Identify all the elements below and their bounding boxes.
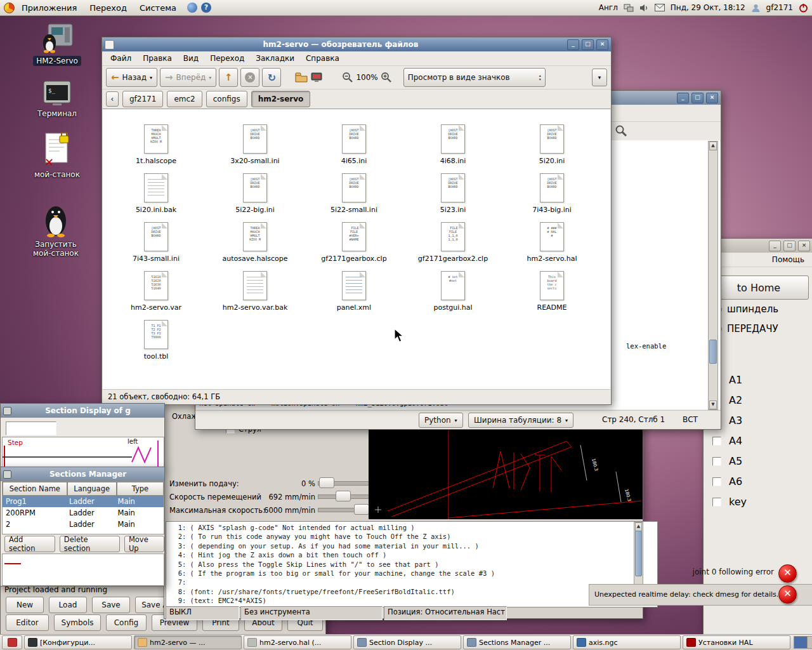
delete-section-button[interactable]: Delete section (60, 536, 120, 552)
file-item[interactable]: [HOST DRIVE BOARD5i22-big.ini (206, 173, 304, 222)
up-button[interactable]: ↑ (219, 68, 238, 87)
dismiss-delay-button[interactable]: ✕ (778, 585, 797, 604)
column-header-type[interactable]: Type (117, 482, 164, 496)
menu-file[interactable]: Файл (105, 52, 137, 65)
language-selector[interactable]: Python▾ (419, 413, 463, 428)
slider-handle[interactable] (354, 504, 369, 515)
ladder-canvas[interactable]: Step left (2, 437, 164, 468)
maximize-button[interactable]: □ (582, 39, 594, 50)
workspace-1[interactable] (794, 637, 807, 648)
clock[interactable]: Пнд, 29 Окт, 18:12 (671, 3, 745, 12)
feed-override-slider[interactable] (318, 477, 370, 488)
move-up-button[interactable]: Move Up (124, 536, 164, 552)
scrollbar-thumb[interactable] (709, 340, 717, 364)
menu-go[interactable]: Переход (204, 52, 250, 65)
table-row[interactable]: 200RPM Ladder Main (3, 507, 164, 519)
menu-help[interactable]: Справка (300, 52, 345, 65)
section-combo-entry[interactable] (6, 421, 56, 435)
file-item[interactable]: [HOST DRIVE BOARD5i20.ini (502, 124, 601, 173)
checkbox-icon[interactable] (712, 437, 721, 446)
slider-handle[interactable] (319, 477, 334, 488)
minimize-button[interactable]: _ (567, 39, 579, 50)
minimize-button[interactable]: _ (769, 241, 781, 251)
file-item[interactable]: # ### # HAL #hm2-servo.hal (502, 222, 601, 271)
file-icon-view[interactable]: THREA MAXCH HMULT HZOO M1t.halscope [HOS… (103, 109, 610, 390)
check-row-a6[interactable]: A6 (712, 475, 742, 488)
menu-places[interactable]: Переход (84, 2, 133, 14)
scroll-up-arrow[interactable]: ▲ (635, 522, 642, 531)
file-item[interactable]: T1 P1 T2 P2 T3 P3 T9999tool.tbl (107, 320, 206, 369)
sections-manager-titlebar[interactable]: Sections Manager (1, 467, 164, 481)
new-button[interactable]: New (6, 597, 44, 613)
file-item[interactable]: panel.xml (304, 271, 403, 320)
dismiss-error-button[interactable]: ✕ (778, 564, 797, 583)
file-item[interactable]: 5i20.ini.bak (107, 173, 206, 222)
mail-icon[interactable] (655, 4, 665, 11)
check-row-a4[interactable]: A4 (712, 435, 742, 447)
taskbar-item-hal-panel[interactable]: Установки HAL (683, 635, 790, 649)
help-icon[interactable]: ? (201, 3, 211, 13)
file-item[interactable]: 51610 51620 51630 51640hm2-servo.var (107, 271, 206, 320)
file-item[interactable]: _FILE FILE 1,1,0 1,1,0gf2171gearbox2.clp (403, 222, 502, 271)
keyboard-layout-indicator[interactable]: Англ (599, 3, 618, 12)
file-item[interactable]: hm2-servo.var.bak (206, 271, 304, 320)
load-button[interactable]: Load (49, 597, 87, 613)
forward-button[interactable]: → Вперёд ▾ (160, 68, 216, 87)
taskbar-item-config[interactable]: [Конфигурци... (24, 635, 132, 649)
network-icon[interactable] (624, 4, 634, 12)
search-replace-icon[interactable] (614, 124, 628, 138)
breadcrumb-left-button[interactable]: ‹ (106, 91, 119, 107)
table-row[interactable]: Prog1 Ladder Main (3, 496, 164, 507)
taskbar-item-sections-manager[interactable]: Sections Manager ... (463, 635, 571, 649)
window-menu-icon[interactable] (3, 407, 11, 415)
go-home-button[interactable]: to Home (709, 275, 809, 300)
file-item[interactable]: THREA MAXCH HMULT HZOO M1t.halscope (107, 124, 206, 173)
check-row-key[interactable]: key (712, 496, 747, 508)
gear-radio-row[interactable]: ПЕРЕДАЧУ (714, 323, 778, 335)
menu-edit[interactable]: Правка (137, 52, 178, 65)
menu-system[interactable]: Система (134, 2, 182, 14)
menu-help[interactable]: Помощь (766, 253, 810, 266)
window-menu-icon[interactable] (3, 470, 11, 479)
slider-handle[interactable] (336, 491, 351, 501)
checkbox-icon[interactable] (712, 457, 721, 466)
scrollbar-thumb[interactable] (635, 531, 642, 576)
menu-applications[interactable]: Приложения (16, 2, 82, 14)
file-item[interactable]: This board the c sectiREADME (502, 271, 601, 320)
maximize-button[interactable]: □ (783, 241, 796, 251)
file-item[interactable]: [HOST DRIVE BOARD5i22-small.ini (304, 173, 403, 222)
file-item[interactable]: [HOST DRIVE BOARD3x20-small.ini (206, 124, 304, 173)
tab-width-selector[interactable]: Ширина табуляции: 8▾ (468, 413, 573, 428)
column-header-section-name[interactable]: Section Name (3, 482, 67, 496)
file-item[interactable]: [HOST DRIVE BOARD5i23.ini (403, 173, 502, 222)
taskbar-item-axis[interactable]: axis.ngc (573, 635, 681, 649)
check-row-a5[interactable]: A5 (712, 455, 742, 467)
distro-logo-icon[interactable] (4, 3, 15, 13)
scroll-down-arrow[interactable]: ▼ (709, 401, 717, 409)
computer-icon[interactable] (310, 72, 323, 83)
reload-button[interactable]: ↻ (262, 68, 281, 87)
minimize-button[interactable]: _ (677, 93, 689, 103)
taskbar-item-icon-only[interactable] (2, 635, 22, 649)
breadcrumb-hm2-servo[interactable]: hm2-servo (251, 91, 311, 107)
back-button[interactable]: ← Назад ▾ (106, 68, 157, 87)
maximize-button[interactable]: □ (691, 93, 704, 103)
taskbar-item-section-display[interactable]: Section Display ... (353, 635, 461, 649)
home-folder-icon[interactable] (295, 72, 308, 83)
file-item[interactable]: [HOST DRIVE BOARD4i65.ini (304, 124, 403, 173)
zoom-in-icon[interactable] (381, 72, 392, 83)
symbols-button[interactable]: Symbols (54, 614, 101, 631)
section-display-titlebar[interactable]: Section Display of g (1, 404, 164, 418)
editor-button[interactable]: Editor (6, 614, 49, 631)
zoom-out-icon[interactable] (342, 72, 353, 83)
workspace-2[interactable] (807, 637, 812, 648)
add-section-button[interactable]: Add section (4, 536, 55, 552)
menu-view[interactable]: Вид (178, 52, 204, 65)
file-item[interactable]: [HOST DRIVE BOARD4i68.ini (403, 124, 502, 173)
config-button[interactable]: Config (106, 614, 147, 631)
file-item[interactable]: [HOST DRIVE BOARD7i43-small.ini (107, 222, 206, 271)
file-browser-titlebar[interactable]: hm2-servo — обозреватель файлов _ □ × (102, 37, 611, 51)
gcode-preview[interactable]: 180.3 180.3 (369, 427, 643, 519)
editor-scrollbar[interactable]: ▲ ▼ (708, 141, 718, 410)
stop-button[interactable]: × (240, 68, 259, 87)
